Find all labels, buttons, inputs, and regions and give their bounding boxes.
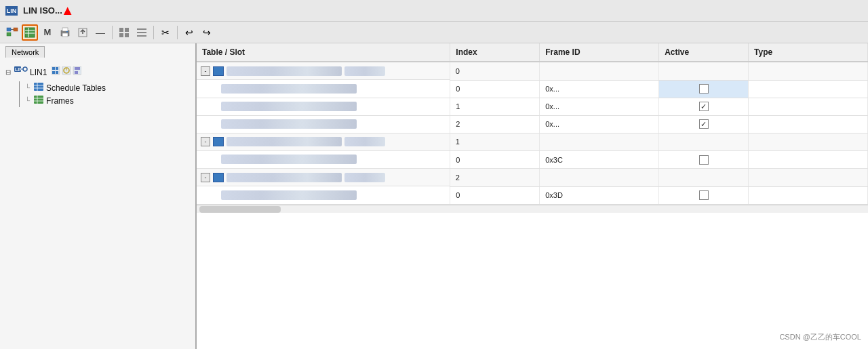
main-layout: Network ⊟ LIN LIN1 [0,43,868,349]
view2-toolbar-btn[interactable] [134,24,150,41]
toolbar-sep-2 [153,26,154,39]
svg-rect-14 [119,28,123,32]
group1-detail-blurred [344,66,385,76]
svg-rect-18 [137,28,146,30]
table-row: 0 0x3C [197,151,868,169]
tree-node-schedule-tables[interactable]: └ Schedule Tables [25,81,191,94]
content-area: Table / Slot Index Frame ID Active Type … [197,43,868,349]
group2-active [659,133,749,151]
group3-detail-blurred [344,173,385,182]
svg-rect-40 [34,96,43,104]
arrow-indicator: ▲ [61,3,75,18]
dash-toolbar-btn[interactable]: — [92,24,108,41]
child2-frameid: 0x... [540,98,659,115]
network-tab[interactable]: Network [5,46,45,58]
group3-type [749,169,868,187]
child5-name-blurred [221,190,357,200]
col-header-frame-id: Frame ID [540,43,659,62]
child3-active-cell: ✓ [659,115,749,133]
view1-toolbar-btn[interactable] [116,24,132,41]
m-toolbar-btn[interactable]: M [39,24,56,41]
child4-checkbox[interactable] [699,155,709,165]
child3-index: 2 [450,115,540,133]
child1-slot [197,80,450,98]
child2-checkbox[interactable]: ✓ [699,102,709,111]
data-table: Table / Slot Index Frame ID Active Type … [197,43,868,205]
group1-index: 0 [450,62,540,80]
group1-frameid [540,62,659,80]
child4-type [749,151,868,169]
toolbar: M — ✂ [0,22,868,43]
col-header-type: Type [749,43,868,62]
svg-rect-27 [56,67,58,70]
tree-node-frames[interactable]: └ Frames [25,94,191,107]
sidebar-tree: ⊟ LIN LIN1 [0,60,195,349]
group3-name-blurred [226,173,342,182]
expand-group1[interactable]: - [201,66,210,76]
scroll-indicator[interactable] [197,205,868,213]
child3-name-blurred [221,119,357,129]
svg-rect-26 [52,67,55,70]
child3-slot [197,115,450,133]
group2-schedule-icon [213,137,224,146]
group1-type [749,62,868,80]
svg-rect-1 [7,33,11,36]
svg-rect-20 [137,35,146,37]
group3-index: 2 [450,169,540,187]
child2-slot [197,98,450,115]
print-toolbar-btn[interactable] [57,24,73,41]
table-row: - 1 [197,133,868,151]
cut-toolbar-btn[interactable]: ✂ [157,24,174,41]
table-row: 1 0x... ✓ [197,98,868,115]
child4-index: 0 [450,151,540,169]
table-row: 0 0x3D [197,186,868,204]
child5-checkbox[interactable] [699,190,709,200]
undo-toolbar-btn[interactable]: ↩ [181,24,197,41]
svg-rect-0 [7,28,11,31]
expand-group2[interactable]: - [201,137,210,146]
table-toolbar-btn[interactable] [22,24,38,41]
table-row: - 2 [197,169,868,187]
redo-toolbar-btn[interactable]: ↪ [199,24,215,41]
sidebar: Network ⊟ LIN LIN1 [0,43,197,349]
child1-name-blurred [221,84,357,94]
child4-slot [197,151,450,169]
child3-checkbox[interactable]: ✓ [699,119,709,129]
group1-schedule-icon [213,66,224,76]
svg-rect-35 [75,71,78,74]
group1-active [659,62,749,80]
svg-rect-19 [137,32,146,33]
child5-type [749,186,868,204]
group1-name-blurred [226,66,342,76]
child1-active-cell [659,80,749,98]
col-header-table-slot: Table / Slot [197,43,450,62]
child3-type [749,115,868,133]
table-row: 2 0x... ✓ [197,115,868,133]
svg-rect-17 [125,33,129,37]
child1-frameid: 0x... [540,80,659,98]
export-toolbar-btn[interactable] [75,24,91,41]
table-row: - 0 [197,62,868,80]
tree-node-schedule-tables-label: Schedule Tables [46,83,106,93]
child5-slot [197,186,450,204]
table-header-row: Table / Slot Index Frame ID Active Type [197,43,868,62]
tree-node-lin1[interactable]: ⊟ LIN LIN1 [4,66,191,79]
child4-frameid: 0x3C [540,151,659,169]
network-toolbar-btn[interactable] [4,24,20,41]
child4-active-cell [659,151,749,169]
svg-rect-11 [66,31,68,33]
svg-rect-3 [14,28,18,31]
child5-index: 0 [450,186,540,204]
svg-rect-10 [62,33,68,37]
svg-rect-28 [52,71,55,74]
title-bar: LIN LIN ISO... ▲ [0,0,868,22]
expand-group3[interactable]: - [201,173,210,182]
child1-type [749,80,868,98]
child1-checkbox[interactable] [699,84,709,94]
child2-active-cell: ✓ [659,98,749,115]
group3-frameid [540,169,659,187]
expand-lin1[interactable]: ⊟ [4,68,12,76]
group3-schedule-icon [213,173,224,182]
svg-rect-29 [56,71,58,74]
table-row: 0 0x... [197,80,868,98]
